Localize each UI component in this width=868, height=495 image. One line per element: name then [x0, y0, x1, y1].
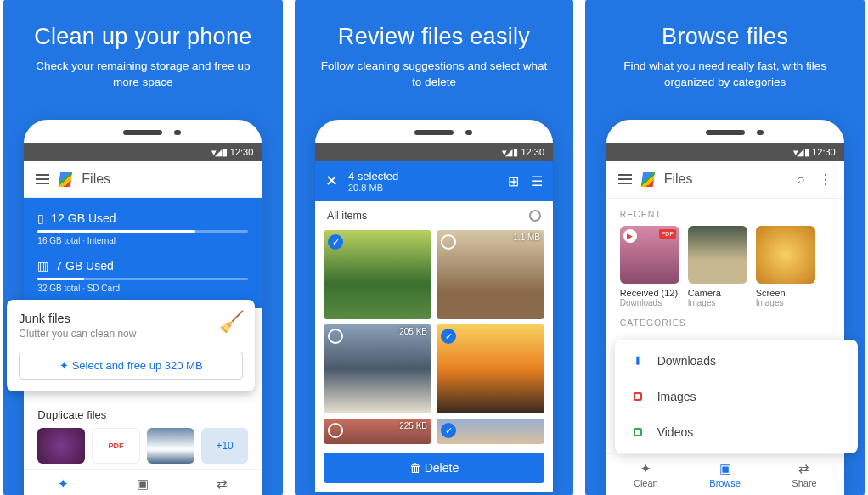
thumb[interactable] [37, 428, 85, 464]
sparkle-icon: ✦ [24, 476, 103, 492]
broom-icon: 🧹 [219, 310, 245, 334]
more-icon[interactable]: ⋮ [819, 172, 832, 188]
headline: Clean up your phone [34, 24, 251, 50]
bottom-nav: ✦Clean ▣Browse ⇄Share [606, 453, 844, 495]
subheadline: Check your remaining storage and free up… [3, 59, 283, 91]
thumb[interactable]: PDF [92, 428, 141, 464]
category-videos[interactable]: Videos [615, 414, 858, 450]
nav-clean[interactable]: ✦Clean [24, 476, 103, 495]
promo-panel-browse: Browse files Find what you need really f… [585, 0, 865, 495]
nav-share[interactable]: ⇄Share [183, 476, 262, 495]
tile[interactable]: 205 KB [324, 324, 431, 413]
card-title: Junk files [19, 312, 243, 325]
phone-mockup: ▾◢▮12:30 Files ⌕ ⋮ RECENT ▶PDF Received … [606, 120, 844, 495]
delete-button[interactable]: 🗑 Delete [324, 453, 544, 483]
selection-size: 20.8 MB [348, 183, 498, 193]
thumb[interactable] [147, 428, 194, 464]
videos-icon [630, 425, 645, 439]
images-icon [630, 390, 645, 403]
share-icon: ⇄ [183, 476, 262, 492]
app-bar: Files ⌕ ⋮ [606, 161, 844, 199]
checkbox-icon[interactable] [328, 423, 343, 438]
section-recent: RECENT [606, 199, 844, 226]
category-images[interactable]: Images [615, 379, 858, 414]
nav-browse[interactable]: ▣Browse [685, 461, 764, 488]
headline: Browse files [662, 24, 788, 50]
free-up-button[interactable]: ✦ Select and free up 320 MB [19, 352, 243, 380]
app-bar: Files [24, 161, 262, 198]
section-categories: CATEGORIES [606, 307, 844, 335]
checkbox-icon[interactable]: ✓ [328, 234, 343, 250]
selection-bar: ✕ 4 selected 20.8 MB ⊞ ☰ [315, 161, 553, 201]
select-all-radio[interactable] [529, 210, 541, 222]
promo-panel-clean: Clean up your phone Check your remaining… [3, 0, 283, 495]
all-items-row[interactable]: All items [315, 201, 553, 230]
storage-widget: ▯12 GB Used 16 GB total · Internal ▥7 GB… [24, 198, 262, 308]
sort-icon[interactable]: ☰ [531, 173, 543, 189]
search-icon[interactable]: ⌕ [797, 172, 805, 188]
recent-card[interactable]: CameraImages [688, 226, 747, 307]
recent-card[interactable]: ▶PDF Received (12)Downloads [620, 226, 679, 307]
sparkle-icon: ✦ [606, 461, 685, 476]
pdf-badge: PDF [659, 229, 676, 239]
browse-icon: ▣ [685, 461, 764, 476]
subheadline: Follow cleaning suggestions and select w… [295, 59, 574, 91]
duplicate-files-section: Duplicate files PDF +10 [24, 400, 262, 469]
status-bar: ▾◢▮12:30 [24, 143, 262, 161]
checkbox-icon[interactable]: ✓ [441, 329, 456, 344]
tile[interactable]: ✓ [437, 324, 544, 413]
card-subtitle: Clutter you can clean now [19, 328, 243, 340]
headline: Review files easily [338, 24, 530, 50]
tile[interactable]: 225 KB [324, 419, 431, 444]
tile[interactable]: ✓ [437, 419, 544, 444]
files-logo-icon [59, 172, 73, 187]
app-title: Files [664, 172, 786, 187]
checkbox-icon[interactable] [441, 234, 456, 250]
tile[interactable]: 1.1 MB [437, 230, 544, 319]
bottom-nav: ✦Clean ▣Browse ⇄Share [24, 469, 262, 495]
menu-icon[interactable] [618, 174, 632, 184]
recent-list: ▶PDF Received (12)Downloads CameraImages… [606, 226, 844, 307]
files-logo-icon [640, 172, 655, 187]
file-grid: ✓ 1.1 MB 205 KB ✓ 225 KB ✓ [315, 230, 553, 444]
menu-icon[interactable] [36, 174, 49, 184]
status-bar: ▾◢▮12:30 [606, 143, 844, 161]
promo-panel-review: Review files easily Follow cleaning sugg… [295, 0, 574, 495]
app-title: Files [82, 172, 250, 187]
phone-mockup: ▾◢▮12:30 Files ▯12 GB Used 16 GB total ·… [24, 120, 262, 495]
selection-count: 4 selected [348, 170, 498, 183]
browse-icon: ▣ [104, 476, 183, 492]
phone-icon: ▯ [37, 211, 44, 225]
sd-icon: ▥ [37, 259, 48, 273]
play-icon: ▶ [623, 229, 637, 243]
categories-card: ⬇Downloads Images Videos [615, 340, 858, 453]
phone-mockup: ▾◢▮12:30 ✕ 4 selected 20.8 MB ⊞ ☰ All it… [315, 120, 553, 492]
share-icon: ⇄ [764, 461, 843, 476]
storage-internal[interactable]: ▯12 GB Used 16 GB total · Internal [37, 211, 248, 245]
nav-share[interactable]: ⇄Share [764, 461, 843, 488]
category-downloads[interactable]: ⬇Downloads [615, 343, 858, 379]
tile[interactable]: ✓ [324, 230, 431, 319]
nav-browse[interactable]: ▣Browse [104, 476, 183, 495]
nav-clean[interactable]: ✦Clean [606, 461, 685, 488]
grid-view-icon[interactable]: ⊞ [508, 173, 519, 189]
junk-files-card: Junk files Clutter you can clean now 🧹 ✦… [7, 300, 255, 391]
download-icon: ⬇ [630, 354, 645, 368]
close-icon[interactable]: ✕ [325, 172, 338, 190]
checkbox-icon[interactable] [328, 329, 343, 344]
storage-sdcard[interactable]: ▥7 GB Used 32 GB total · SD Card [37, 259, 248, 293]
recent-card[interactable]: ScreenImages [756, 226, 815, 307]
status-bar: ▾◢▮12:30 [315, 143, 553, 161]
thumb-more[interactable]: +10 [201, 428, 249, 464]
checkbox-icon[interactable]: ✓ [441, 423, 456, 438]
subheadline: Find what you need really fast, with fil… [585, 59, 865, 91]
